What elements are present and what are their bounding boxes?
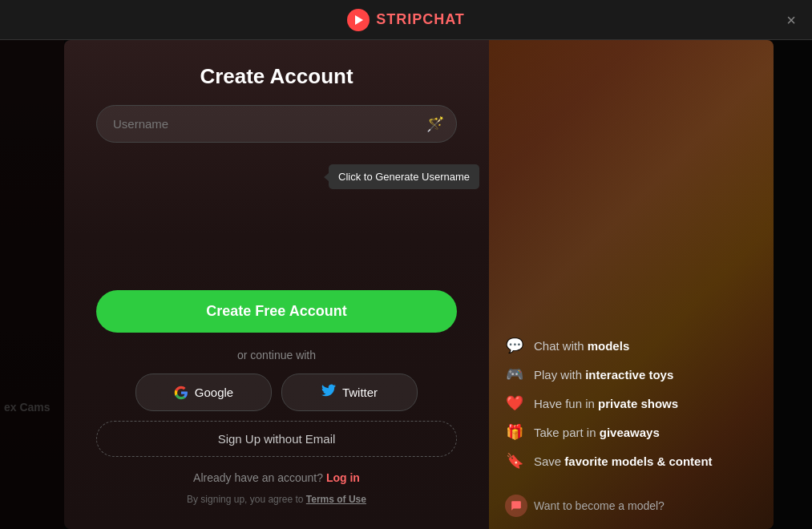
twitter-signup-button[interactable]: Twitter <box>281 374 418 411</box>
terms-text: By signing up, you agree to Terms of Use <box>187 494 366 505</box>
become-model-icon <box>505 495 527 517</box>
feature-text: Take part in giveaways <box>534 426 660 439</box>
username-input[interactable] <box>96 105 457 143</box>
feature-text: Have fun in private shows <box>534 397 678 410</box>
modal: Create Account Click to Generate Usernam… <box>64 40 774 529</box>
feature-text: Chat with models <box>534 339 629 353</box>
modal-right-panel: 💬 Chat with models 🎮 Play with interacti… <box>489 40 774 529</box>
feature-item: 🔖 Save favorite models & content <box>505 452 766 470</box>
terms-link[interactable]: Terms of Use <box>306 494 366 505</box>
modal-title: Create Account <box>200 64 353 89</box>
already-text: Already have an account? <box>193 471 323 484</box>
twitter-label: Twitter <box>342 386 378 399</box>
twitter-icon <box>321 383 336 402</box>
google-label: Google <box>195 386 233 399</box>
wand-icon[interactable]: 🪄 <box>426 115 444 133</box>
create-free-account-button[interactable]: Create Free Account <box>96 290 457 333</box>
logo-strip: STRIP <box>376 11 422 27</box>
logo: STRIPCHAT <box>347 9 465 31</box>
feature-text: Play with interactive toys <box>534 368 673 382</box>
feature-icon: 🎮 <box>505 365 524 383</box>
feature-item: 🎁 Take part in giveaways <box>505 423 766 441</box>
svg-marker-0 <box>355 15 363 25</box>
features-list: 💬 Chat with models 🎮 Play with interacti… <box>505 337 766 481</box>
username-input-container: 🪄 <box>96 105 457 143</box>
logo-text: STRIPCHAT <box>376 11 465 28</box>
login-link[interactable]: Log in <box>326 471 360 484</box>
feature-icon: 🎁 <box>505 423 524 441</box>
close-button[interactable]: × <box>786 10 796 29</box>
username-tooltip: Click to Generate Username <box>329 164 479 189</box>
feature-icon: 🔖 <box>505 452 524 470</box>
logo-chat: CHAT <box>422 11 465 27</box>
signup-no-email-button[interactable]: Sign Up without Email <box>96 421 457 457</box>
google-icon <box>174 386 188 400</box>
already-account-text: Already have an account? Log in <box>193 471 360 484</box>
feature-item: 🎮 Play with interactive toys <box>505 365 766 383</box>
feature-text: Save favorite models & content <box>534 454 713 468</box>
become-model-link[interactable]: Want to become a model? <box>505 495 665 517</box>
feature-item: ❤️ Have fun in private shows <box>505 394 766 412</box>
modal-left-panel: Create Account Click to Generate Usernam… <box>64 40 489 529</box>
feature-item: 💬 Chat with models <box>505 337 766 354</box>
or-continue-text: or continue with <box>237 349 316 361</box>
terms-prefix: By signing up, you agree to <box>187 494 303 505</box>
become-model-text: Want to become a model? <box>534 499 665 512</box>
logo-icon <box>347 9 370 31</box>
google-signup-button[interactable]: Google <box>135 374 272 411</box>
feature-icon: 💬 <box>505 337 524 354</box>
feature-icon: ❤️ <box>505 394 524 412</box>
social-buttons-row: Google Twitter <box>96 374 457 411</box>
topbar: STRIPCHAT × <box>0 0 812 40</box>
